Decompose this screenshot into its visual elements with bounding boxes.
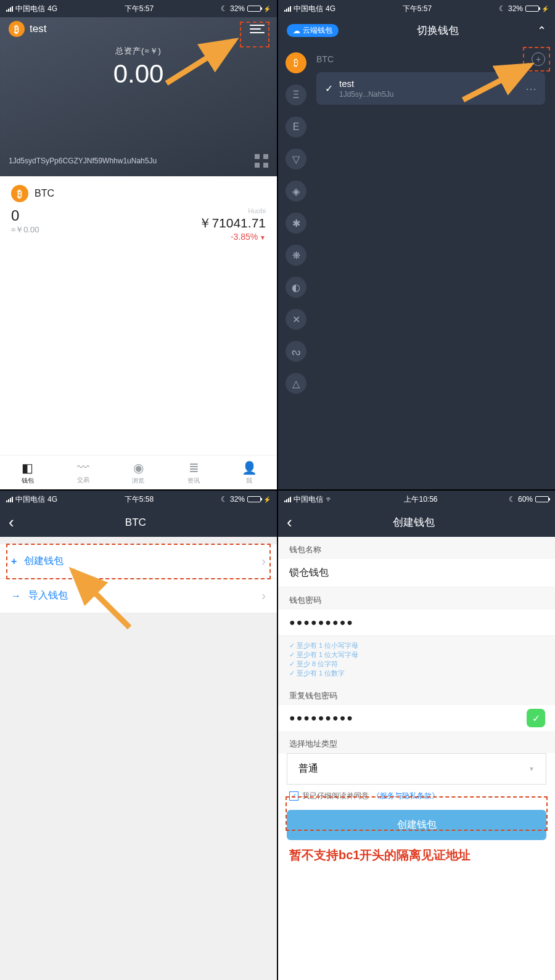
battery-icon xyxy=(535,496,549,502)
screen-wallet-home: 中国电信4G 下午5:57 32% ₿ test 总资产(≈￥) 0.00 1J… xyxy=(0,0,277,489)
rule: 至少有 1 位小写字母 xyxy=(289,641,544,650)
asset-row-btc[interactable]: ₿ BTC 0 ≈￥0.00 Huobi ￥71041.71 -3.85% xyxy=(0,176,277,250)
chevron-right-icon xyxy=(261,589,266,603)
asset-balance-fiat: ≈￥0.00 xyxy=(11,224,39,235)
status-bar: 中国电信ᯤ 上午10:56 60% xyxy=(278,491,555,508)
terms-link[interactable]: 《服务与隐私条款》 xyxy=(372,791,439,801)
agree-row[interactable]: ✓ 我已仔细阅读并同意 《服务与隐私条款》 xyxy=(278,785,555,802)
check-icon xyxy=(325,83,333,94)
agree-text: 我已仔细阅读并同意 xyxy=(302,791,369,801)
screen-btc-options: 中国电信4G 下午5:58 32% BTC + 创建钱包 导入钱包 xyxy=(0,491,277,980)
signal-icon xyxy=(6,6,13,12)
rule: 至少有 1 位大写字母 xyxy=(289,650,544,659)
charging-icon xyxy=(541,4,549,13)
price-source: Huobi xyxy=(199,207,266,214)
repeat-password-label: 重复钱包密码 xyxy=(278,683,555,705)
tab-trade[interactable]: 〰交易 xyxy=(56,455,111,489)
tab-wallet[interactable]: ◧钱包 xyxy=(0,455,56,489)
chevron-right-icon xyxy=(261,554,266,568)
page-title: 创建钱包 xyxy=(292,515,535,529)
dnd-icon xyxy=(499,4,506,13)
coin-eos-icon[interactable]: E xyxy=(286,116,306,137)
wallet-address[interactable]: 1Jd5sydTSyPp6CGZYJNf59Whhw1uNah5Ju xyxy=(9,157,157,165)
wallet-title: test xyxy=(30,23,46,35)
wallet-icon: ◧ xyxy=(22,460,33,475)
cloud-wallet-pill[interactable]: 云端钱包 xyxy=(287,24,339,37)
tab-label: 资讯 xyxy=(187,476,200,485)
import-wallet-row[interactable]: 导入钱包 xyxy=(0,579,277,613)
qr-icon[interactable] xyxy=(255,154,268,168)
bitcoin-icon: ₿ xyxy=(9,21,25,37)
page-title: BTC xyxy=(14,517,257,529)
repeat-password-input[interactable]: ●●●●●●●●● xyxy=(278,705,527,731)
coin-icon[interactable]: ✕ xyxy=(286,309,306,330)
asset-symbol: BTC xyxy=(35,188,54,199)
rule: 至少 8 位字符 xyxy=(289,659,544,669)
more-icon[interactable] xyxy=(525,82,536,96)
collapse-icon[interactable] xyxy=(537,24,546,38)
nav-bar: 创建钱包 xyxy=(278,508,555,537)
create-wallet-button[interactable]: 创建钱包 xyxy=(287,810,546,840)
coin-eth-icon[interactable]: Ξ xyxy=(286,84,306,105)
coin-atom-icon[interactable]: ✱ xyxy=(286,213,306,234)
carrier-label: 中国电信 xyxy=(294,4,323,14)
password-label: 钱包密码 xyxy=(278,587,555,610)
battery-percent: 60% xyxy=(518,495,533,504)
total-assets-value: 0.00 xyxy=(0,59,277,89)
bottom-tabs: ◧钱包 〰交易 ◉浏览 ≣资讯 👤我 xyxy=(0,455,277,489)
network-label: 4G xyxy=(47,4,57,13)
annotation-warning-text: 暂不支持bc1开头的隔离见证地址 xyxy=(289,847,544,864)
coin-btc-icon[interactable]: ₿ xyxy=(286,52,306,73)
password-rules: 至少有 1 位小写字母 至少有 1 位大写字母 至少 8 位字符 至少有 1 位… xyxy=(278,636,555,683)
asset-balance: 0 xyxy=(11,207,39,224)
address-type-value: 普通 xyxy=(298,762,318,775)
dnd-icon xyxy=(509,495,516,504)
user-icon: 👤 xyxy=(242,460,257,475)
tab-label: 钱包 xyxy=(22,476,34,485)
coin-trx-icon[interactable]: ▽ xyxy=(286,149,306,169)
asset-price: ￥71041.71 xyxy=(199,214,266,232)
status-bar: 中国电信4G 下午5:57 32% xyxy=(0,0,277,17)
create-wallet-row[interactable]: + 创建钱包 xyxy=(0,544,277,579)
battery-icon xyxy=(525,6,539,12)
wallet-address-short: 1Jd5sy...Nah5Ju xyxy=(339,90,519,99)
battery-icon xyxy=(247,6,261,12)
signal-icon xyxy=(284,497,291,502)
screen-create-wallet: 中国电信ᯤ 上午10:56 60% 创建钱包 钱包名称 锁仓钱包 钱包密码 ●●… xyxy=(278,491,555,980)
coin-icon[interactable]: ᔓ xyxy=(286,341,306,362)
rule: 至少有 1 位数字 xyxy=(289,669,544,678)
password-input[interactable]: ●●●●●●●●● xyxy=(278,610,555,636)
battery-percent: 32% xyxy=(508,4,523,13)
coin-icon[interactable]: ❋ xyxy=(286,245,306,266)
wallet-name-input[interactable]: 锁仓钱包 xyxy=(278,559,555,587)
carrier-label: 中国电信 xyxy=(15,4,45,14)
wallet-card[interactable]: test 1Jd5sy...Nah5Ju xyxy=(316,72,545,105)
dnd-icon xyxy=(221,4,228,13)
battery-percent: 32% xyxy=(230,495,245,504)
back-button[interactable] xyxy=(9,514,14,531)
menu-button[interactable] xyxy=(250,22,268,36)
clock-label: 下午5:57 xyxy=(125,4,154,14)
network-label: 4G xyxy=(47,495,57,504)
battery-percent: 32% xyxy=(230,4,245,13)
row-label: 导入钱包 xyxy=(28,589,68,602)
add-wallet-button[interactable]: + xyxy=(532,52,545,66)
coin-ont-icon[interactable]: ◐ xyxy=(286,277,306,298)
tab-browse[interactable]: ◉浏览 xyxy=(111,455,166,489)
trade-icon: 〰 xyxy=(77,460,89,475)
plus-icon: + xyxy=(11,556,17,567)
address-type-select[interactable]: 普通 xyxy=(287,753,546,785)
arrow-icon xyxy=(11,590,21,602)
signal-icon xyxy=(284,6,291,12)
tab-news[interactable]: ≣资讯 xyxy=(166,455,221,489)
back-button[interactable] xyxy=(287,514,292,531)
row-label: 创建钱包 xyxy=(24,555,64,568)
coin-icon[interactable]: △ xyxy=(286,373,306,394)
tab-me[interactable]: 👤我 xyxy=(221,455,277,489)
status-bar: 中国电信4G 下午5:57 32% xyxy=(278,0,555,17)
network-label: 4G xyxy=(326,4,335,13)
agree-checkbox[interactable]: ✓ xyxy=(289,791,298,801)
coin-bnb-icon[interactable]: ◈ xyxy=(286,181,306,202)
clock-label: 下午5:57 xyxy=(403,4,432,14)
dropdown-icon xyxy=(528,766,535,772)
